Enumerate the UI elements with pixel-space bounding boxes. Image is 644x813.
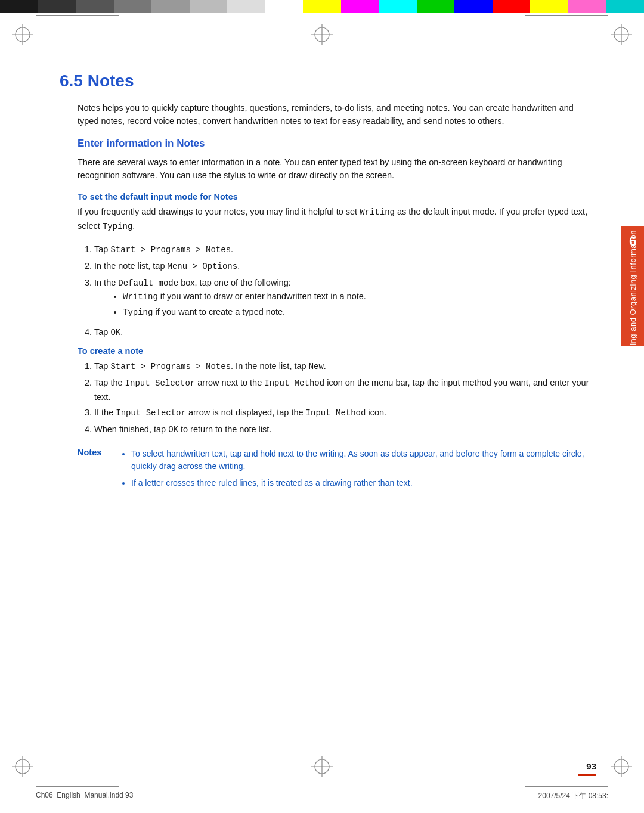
notes-bullet-1: To select handwritten text, tap and hold… [131,448,596,473]
top-line-right [525,15,608,16]
notes-bullet-2: If a letter crosses three ruled lines, i… [131,477,596,490]
steps-list-1: Tap Start > Programs > Notes. In the not… [94,243,596,339]
intro-text: Notes helps you to quickly capture thoug… [78,101,596,128]
footer-left: Ch06_English_Manual.indd 93 [36,791,133,801]
footer: Ch06_English_Manual.indd 93 2007/5/24 下午… [36,791,608,801]
step-1-1: Tap Start > Programs > Notes. [94,243,596,257]
step-1-3: In the Default mode box, tap one of the … [94,276,596,319]
page-content: 6.5 Notes Notes helps you to quickly cap… [60,72,596,741]
reg-mark-bottom-left [12,756,33,777]
notes-label: Notes [78,448,119,457]
reg-mark-top-right [611,24,632,45]
notes-bullets: To select handwritten text, tap and hold… [131,448,596,490]
subsection-heading-2: To create a note [78,346,596,356]
page-number: 93 [586,761,596,771]
reg-mark-top-center [311,24,333,45]
steps-list-2: Tap Start > Programs > Notes. In the not… [94,359,596,436]
subsection-heading-1: To set the default input mode for Notes [78,192,596,201]
notes-content: To select handwritten text, tap and hold… [119,448,596,494]
section-heading: Enter information in Notes [78,138,596,150]
footer-right: 2007/5/24 下午 08:53: [538,791,608,801]
step-1-3-bullets: Writing if you want to draw or enter han… [123,290,596,319]
step-2-1: Tap Start > Programs > Notes. In the not… [94,359,596,374]
bullet-writing: Writing if you want to draw or enter han… [123,290,596,304]
bottom-line-left [36,786,119,787]
step-2-3: If the Input Selector arrow is not displ… [94,406,596,420]
color-bar [0,0,644,13]
chapter-tab: 6 Adding and Organizing Information [621,226,644,346]
step-2-2: Tap the Input Selector arrow next to the… [94,376,596,404]
notes-box: Notes To select handwritten text, tap an… [78,448,596,494]
top-line-left [36,15,119,16]
chapter-title: 6.5 Notes [60,72,596,91]
bullet-typing: Typing if you want to create a typed not… [123,305,596,319]
step-1-2: In the note list, tap Menu > Options. [94,259,596,274]
chapter-tab-text: Adding and Organizing Information [628,230,637,359]
section-intro: There are several ways to enter informat… [78,156,596,182]
step-1-4: Tap OK. [94,325,596,340]
bottom-line-right [525,786,608,787]
subsection-intro-1: If you frequently add drawings to your n… [78,205,596,233]
reg-mark-bottom-right [611,756,632,777]
reg-mark-top-left [12,24,33,45]
reg-mark-bottom-center [311,756,333,777]
step-2-4: When finished, tap OK to return to the n… [94,423,596,437]
page-number-line [578,774,596,776]
